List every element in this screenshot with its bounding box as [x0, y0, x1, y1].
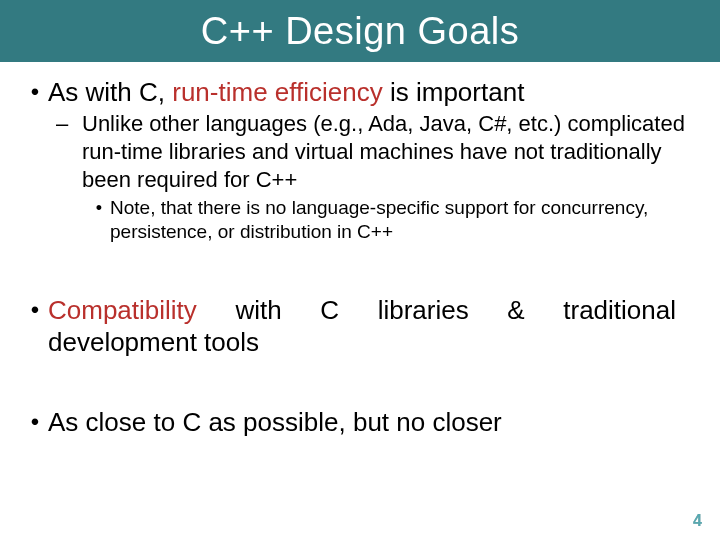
slide-body: • As with C, run-time efficiency is impo… [0, 62, 720, 438]
bullet-1-pre: As with C, [48, 77, 172, 107]
bullet-2-line2: development tools [48, 326, 698, 358]
bullet-1-text: As with C, run-time efficiency is import… [48, 76, 524, 108]
bullet-dot-icon: • [88, 196, 110, 220]
slide-title: C++ Design Goals [201, 10, 520, 53]
bullet-1-sub: – Unlike other languages (e.g., Ada, Jav… [56, 110, 698, 194]
bullet-1-post: is important [383, 77, 525, 107]
bullet-1-note: • Note, that there is no language-specif… [88, 196, 698, 244]
bullet-1-emph: run-time efficiency [172, 77, 383, 107]
bullet-2-line1-rest: with C libraries & traditional [197, 295, 676, 325]
bullet-dot-icon: • [22, 76, 48, 108]
bullet-1: • As with C, run-time efficiency is impo… [22, 76, 698, 108]
spacer [22, 244, 698, 286]
bullet-2-emph: Compatibility [48, 295, 197, 325]
bullet-1-sub-text: Unlike other languages (e.g., Ada, Java,… [82, 110, 698, 194]
bullet-1-note-text: Note, that there is no language-specific… [110, 196, 698, 244]
bullet-2: • Compatibility with C libraries & tradi… [22, 294, 698, 358]
bullet-3-text: As close to C as possible, but no closer [48, 406, 502, 438]
bullet-dot-icon: • [22, 406, 48, 438]
bullet-2-text: Compatibility with C libraries & traditi… [48, 294, 698, 358]
bullet-3: • As close to C as possible, but no clos… [22, 406, 698, 438]
spacer [22, 358, 698, 398]
bullet-dash-icon: – [56, 110, 82, 138]
page-number: 4 [693, 512, 702, 530]
bullet-dot-icon: • [22, 294, 48, 326]
title-bar: C++ Design Goals [0, 0, 720, 62]
